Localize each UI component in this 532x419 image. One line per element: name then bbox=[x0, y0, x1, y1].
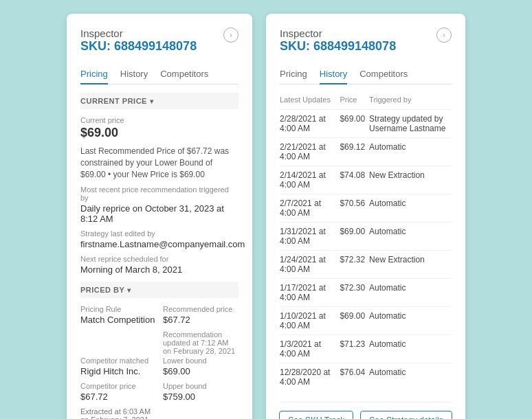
tab-pricing-right[interactable]: Pricing bbox=[280, 65, 307, 84]
competitor-matched-value: Rigid Hitch Inc. bbox=[80, 366, 156, 376]
tab-pricing-left[interactable]: Pricing bbox=[80, 65, 108, 84]
priced-by-chevron: ▾ bbox=[127, 286, 131, 294]
current-price-chevron: ▾ bbox=[150, 98, 154, 105]
history-cell-price: $70.56 bbox=[340, 194, 369, 223]
right-card-title-group: Inspector SKU: 688499148078 bbox=[280, 27, 396, 62]
history-row: 1/10/2021 at 4:00 AM$69.00Automatic bbox=[280, 307, 452, 335]
lower-bound-label: Lower bound bbox=[163, 356, 239, 365]
history-cell-price: $76.04 bbox=[340, 363, 369, 392]
history-cell-trigger: Automatic bbox=[369, 279, 452, 307]
history-cell-date: 2/14/2021 at 4:00 AM bbox=[280, 166, 340, 194]
trigger-label: Most recent price recommendation trigger… bbox=[80, 185, 239, 202]
pricing-rule-value: Match Competition bbox=[80, 315, 156, 325]
pricing-rule-label: Pricing Rule bbox=[80, 305, 156, 313]
lower-bound-value: $69.00 bbox=[163, 366, 239, 376]
history-cell-date: 12/28/2020 at 4:00 AM bbox=[280, 363, 340, 392]
history-cell-price: $72.32 bbox=[340, 251, 369, 279]
priced-by-section-header[interactable]: PRICED BY ▾ bbox=[80, 282, 239, 298]
right-card-title: Inspector bbox=[280, 27, 396, 39]
current-price-value: $69.00 bbox=[80, 126, 239, 140]
history-row: 2/21/2021 at 4:00 AM$69.12Automatic bbox=[280, 138, 452, 166]
history-cell-trigger: Automatic bbox=[369, 335, 452, 363]
left-inspector-card: Inspector SKU: 688499148078 › Pricing Hi… bbox=[67, 14, 252, 419]
current-price-info: Last Recommended Price of $67.72 was con… bbox=[80, 146, 239, 180]
history-row: 1/31/2021 at 4:00 AM$69.00Automatic bbox=[280, 223, 452, 251]
history-cell-date: 1/31/2021 at 4:00 AM bbox=[280, 223, 340, 251]
history-row: 2/7/2021 at 4:00 AM$70.56Automatic bbox=[280, 194, 452, 223]
history-cell-date: 2/7/2021 at 4:00 AM bbox=[280, 194, 340, 223]
right-card-footer: See SKU Track See Strategy details bbox=[280, 402, 452, 419]
left-nav-icon[interactable]: › bbox=[223, 27, 239, 43]
left-card-title-group: Inspector SKU: 688499148078 bbox=[80, 27, 197, 62]
history-cell-trigger: Automatic bbox=[369, 223, 452, 251]
right-card-header: Inspector SKU: 688499148078 › bbox=[280, 27, 452, 62]
competitor-matched-label: Competitor matched bbox=[80, 356, 156, 365]
strategy-value: firstname.Lastname@companyemail.com bbox=[80, 239, 239, 249]
current-price-content: Current price $69.00 Last Recommended Pr… bbox=[80, 116, 239, 275]
history-cell-trigger: Automatic bbox=[369, 194, 452, 223]
history-cell-price: $72.30 bbox=[340, 279, 369, 307]
competitor-price-label: Competitor price bbox=[80, 382, 156, 390]
history-cell-trigger: Strategy updated by Username Lastname bbox=[369, 110, 452, 138]
left-card-sku: SKU: 688499148078 bbox=[80, 39, 197, 54]
priced-by-content: Pricing Rule Match Competition Recommend… bbox=[80, 305, 239, 419]
history-cell-trigger: Automatic bbox=[369, 363, 452, 392]
history-cell-date: 1/17/2021 at 4:00 AM bbox=[280, 279, 340, 307]
history-cell-price: $69.00 bbox=[340, 110, 369, 138]
history-cell-price: $69.00 bbox=[340, 307, 369, 335]
left-sku-value: 688499148078 bbox=[114, 39, 197, 53]
right-card-sku: SKU: 688499148078 bbox=[280, 39, 396, 54]
history-row: 1/17/2021 at 4:00 AM$72.30Automatic bbox=[280, 279, 452, 307]
history-row: 1/3/2021 at 4:00 AM$71.23Automatic bbox=[280, 335, 452, 363]
next-reprice-label: Next reprice scheduled for bbox=[80, 255, 239, 263]
history-row: 2/28/2021 at 4:00 AM$69.00Strategy updat… bbox=[280, 110, 452, 138]
right-see-sku-track-button[interactable]: See SKU Track bbox=[279, 411, 353, 419]
history-cell-date: 2/28/2021 at 4:00 AM bbox=[280, 110, 340, 138]
left-sku-label: SKU: bbox=[80, 39, 111, 53]
history-row: 12/28/2020 at 4:00 AM$76.04Automatic bbox=[280, 363, 452, 392]
right-see-strategy-details-button[interactable]: See Strategy details bbox=[360, 411, 452, 419]
tab-history-right[interactable]: History bbox=[320, 65, 347, 84]
history-cell-trigger: Automatic bbox=[369, 307, 452, 335]
history-row: 1/24/2021 at 4:00 AM$72.32New Extraction bbox=[280, 251, 452, 279]
history-cell-trigger: Automatic bbox=[369, 138, 452, 166]
upper-bound-value: $759.00 bbox=[163, 392, 239, 402]
priced-by-header-label: PRICED BY bbox=[80, 286, 124, 294]
competitor-price-value: $67.72 bbox=[80, 392, 156, 402]
history-row: 2/14/2021 at 4:00 AM$74.08New Extraction bbox=[280, 166, 452, 194]
trigger-value: Daily reprice on October 31, 2023 at 8:1… bbox=[80, 203, 239, 224]
strategy-label: Strategy last edited by bbox=[80, 229, 239, 238]
tab-competitors-right[interactable]: Competitors bbox=[359, 65, 408, 84]
history-col-date: Latest Updates bbox=[280, 93, 340, 110]
next-reprice-value: Morning of March 8, 2021 bbox=[80, 264, 239, 275]
history-cell-date: 1/10/2021 at 4:00 AM bbox=[280, 307, 340, 335]
history-cell-price: $71.23 bbox=[340, 335, 369, 363]
recommended-price-note: Recommendation updated at 7:12 AM on Feb… bbox=[163, 330, 239, 355]
tab-history-left[interactable]: History bbox=[120, 65, 148, 84]
competitor-price-note: Extracted at 6:03 AM on February 7, 2021 bbox=[80, 407, 156, 419]
left-tabs: Pricing History Competitors bbox=[80, 65, 239, 84]
upper-bound-label: Upper bound bbox=[163, 382, 239, 390]
tab-competitors-left[interactable]: Competitors bbox=[160, 65, 208, 84]
history-cell-date: 1/24/2021 at 4:00 AM bbox=[280, 251, 340, 279]
recommended-price-value: $67.72 bbox=[163, 315, 239, 325]
right-sku-label: SKU: bbox=[280, 39, 310, 53]
history-cell-price: $74.08 bbox=[340, 166, 369, 194]
left-card-title: Inspector bbox=[80, 27, 197, 39]
current-price-header-label: CURRENT PRICE bbox=[80, 97, 147, 105]
history-cell-price: $69.12 bbox=[340, 138, 369, 166]
right-sku-value: 688499148078 bbox=[313, 39, 396, 53]
current-price-label: Current price bbox=[80, 116, 239, 124]
right-inspector-card: Inspector SKU: 688499148078 › Pricing Hi… bbox=[266, 14, 465, 419]
recommended-price-label: Recommended price bbox=[163, 305, 239, 313]
history-table: Latest Updates Price Triggered by 2/28/2… bbox=[280, 93, 452, 391]
history-cell-trigger: New Extraction bbox=[369, 251, 452, 279]
history-col-price: Price bbox=[340, 93, 369, 110]
history-cell-date: 1/3/2021 at 4:00 AM bbox=[280, 335, 340, 363]
left-card-header: Inspector SKU: 688499148078 › bbox=[80, 27, 239, 62]
current-price-section-header[interactable]: CURRENT PRICE ▾ bbox=[80, 93, 239, 109]
history-cell-price: $69.00 bbox=[340, 223, 369, 251]
right-nav-icon[interactable]: › bbox=[436, 27, 452, 43]
right-tabs: Pricing History Competitors bbox=[280, 65, 452, 84]
history-col-trigger: Triggered by bbox=[369, 93, 452, 110]
